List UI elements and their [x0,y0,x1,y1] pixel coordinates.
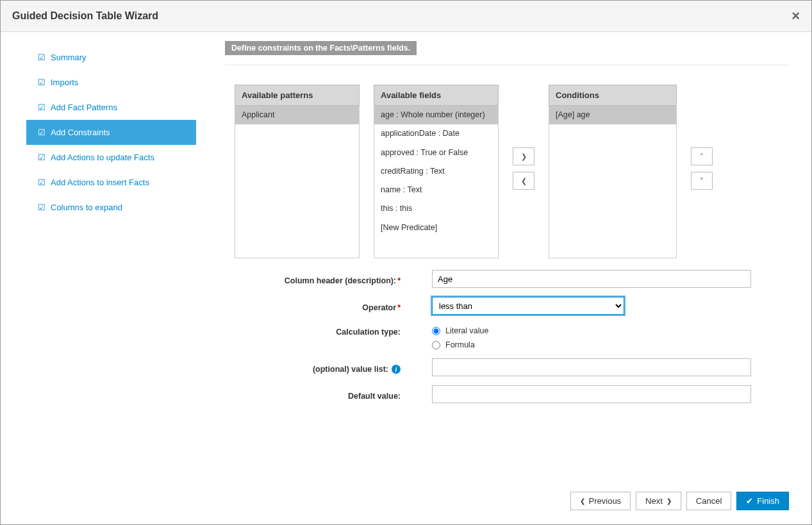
button-label: Cancel [696,496,722,506]
form-row-calc-type: Calculation type: Literal value Formula [225,324,789,349]
sidebar-item-columns-expand[interactable]: ☑ Columns to expand [26,195,196,220]
sidebar-item-add-actions-update[interactable]: ☑ Add Actions to update Facts [26,145,196,170]
chevron-down-icon: ˅ [700,177,704,185]
panel-available-patterns: Available patterns Applicant [235,85,360,258]
modal-footer: ❮Previous Next❯ Cancel ✔Finish [548,478,811,524]
sidebar-item-label: Add Actions to insert Facts [51,178,149,187]
radio-stack: Literal value Formula [432,324,751,349]
required-marker: * [397,303,401,312]
form-field [432,385,751,403]
label-text: Operator [362,303,396,312]
modal-header: Guided Decision Table Wizard × [1,1,811,32]
sidebar-item-add-actions-insert[interactable]: ☑ Add Actions to insert Facts [26,170,196,195]
modal-title: Guided Decision Table Wizard [12,10,158,22]
sidebar-item-label: Add Actions to update Facts [51,153,154,162]
panel-header: Available patterns [235,85,360,106]
divider [225,65,789,65]
panels-row: Available patterns Applicant Available f… [225,85,789,258]
sidebar-item-label: Add Constraints [51,128,110,137]
chevron-left-icon: ❮ [580,497,585,504]
radio-literal-value[interactable]: Literal value [432,326,751,335]
form-row-value-list: (optional) value list:i [225,358,789,376]
finish-button[interactable]: ✔Finish [736,492,789,510]
label-text: (optional) value list: [313,365,388,374]
modal-body: ☑ Summary ☑ Imports ☑ Add Fact Patterns … [1,32,811,488]
check-icon: ☑ [38,103,46,112]
form-label: Column header (description):* [225,272,404,285]
panel-header: Conditions [549,85,677,106]
field-item[interactable]: approved : True or False [374,144,498,162]
button-label: Previous [589,496,622,506]
wizard-sidebar: ☑ Summary ☑ Imports ☑ Add Fact Patterns … [1,32,196,488]
condition-reorder-buttons: ˄ ˅ [691,147,713,190]
cancel-button[interactable]: Cancel [686,492,731,510]
move-up-button[interactable]: ˄ [691,147,713,165]
form-row-operator: Operator* less than [225,297,789,315]
sidebar-item-imports[interactable]: ☑ Imports [26,70,196,95]
operator-select[interactable]: less than [432,297,624,315]
step-heading: Define constraints on the Facts\Patterns… [225,41,417,55]
close-icon[interactable]: × [791,9,800,23]
sidebar-item-add-constraints[interactable]: ☑ Add Constraints [26,120,196,145]
check-icon: ☑ [38,203,46,212]
field-item[interactable]: [New Predicate] [374,219,498,237]
chevron-up-icon: ˄ [700,153,704,161]
sidebar-item-label: Summary [51,53,87,62]
form-label: Calculation type: [225,324,404,337]
field-item[interactable]: creditRating : Text [374,162,498,181]
chevron-right-icon: ❯ [667,497,672,504]
check-icon: ☑ [38,178,46,187]
sidebar-item-add-fact-patterns[interactable]: ☑ Add Fact Patterns [26,95,196,120]
radio-label: Literal value [445,326,488,335]
field-item[interactable]: age : Whole number (integer) [374,106,498,124]
check-icon: ☑ [38,153,46,162]
move-right-button[interactable]: ❯ [513,147,534,165]
form-field [432,358,751,376]
chevron-left-icon: ❮ [521,177,527,185]
field-item[interactable]: name : Text [374,181,498,199]
button-label: Finish [757,496,779,506]
required-marker: * [397,276,401,285]
panel-conditions: Conditions [Age] age [549,85,677,258]
radio-formula[interactable]: Formula [432,340,751,349]
column-header-input[interactable] [432,270,751,288]
previous-button[interactable]: ❮Previous [570,492,631,510]
check-icon: ☑ [38,128,46,137]
panel-available-fields: Available fields age : Whole number (int… [374,85,499,258]
button-label: Next [645,496,663,506]
check-icon: ☑ [38,53,46,62]
wizard-modal: Guided Decision Table Wizard × ☑ Summary… [0,0,812,525]
radio-input[interactable] [432,341,440,349]
panel-header: Available fields [374,85,499,106]
field-item[interactable]: applicationDate : Date [374,124,498,143]
panel-body[interactable]: age : Whole number (integer) application… [374,106,499,258]
radio-input[interactable] [432,327,440,335]
panel-body[interactable]: [Age] age [549,106,677,258]
form-label: (optional) value list:i [225,361,404,374]
wizard-main: Define constraints on the Facts\Patterns… [196,32,811,488]
label-text: Column header (description): [285,276,396,285]
radio-label: Formula [445,340,475,349]
field-move-buttons: ❯ ❮ [513,147,534,190]
chevron-right-icon: ❯ [521,153,527,161]
form-label: Operator* [225,299,404,312]
check-icon: ✔ [746,496,753,506]
move-left-button[interactable]: ❮ [513,172,534,190]
condition-item[interactable]: [Age] age [549,106,676,124]
sidebar-item-summary[interactable]: ☑ Summary [26,45,196,70]
move-down-button[interactable]: ˅ [691,172,713,190]
form-label: Default value: [225,388,404,401]
info-icon[interactable]: i [392,365,401,374]
sidebar-item-label: Columns to expand [51,203,122,212]
check-icon: ☑ [38,78,46,87]
pattern-item[interactable]: Applicant [235,106,359,124]
default-value-input[interactable] [432,385,751,403]
form-row-default-value: Default value: [225,385,789,403]
form-field: Literal value Formula [432,324,751,349]
field-item[interactable]: this : this [374,199,498,218]
value-list-input[interactable] [432,358,751,376]
panel-body[interactable]: Applicant [235,106,360,258]
form-field [432,270,751,288]
form-field: less than [432,297,751,315]
next-button[interactable]: Next❯ [636,492,681,510]
